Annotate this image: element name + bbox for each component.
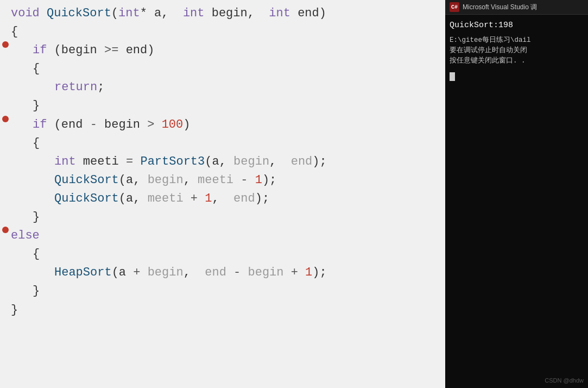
code-line-7: if (end - begin > 100): [11, 116, 445, 134]
code-text-16: }: [33, 282, 40, 301]
code-text-9: int meeti = PartSort3(a, begin, end);: [54, 153, 327, 171]
code-line-16: }: [11, 282, 445, 301]
code-text-8: {: [33, 134, 40, 153]
terminal-title: Microsoft Visual Studio 调: [463, 3, 537, 12]
gutter-3: [0, 41, 11, 48]
code-text-14: {: [33, 245, 40, 264]
breakpoint-3: [2, 41, 9, 48]
code-text-1: void QuickSort(int* a, int begin, int en…: [11, 4, 326, 23]
code-text-13: else: [11, 227, 40, 245]
terminal-note1: 要在调试停止时自动关闭: [450, 46, 584, 56]
code-text-7: if (end - begin > 100): [33, 116, 190, 134]
terminal-quicksort-line: QuickSort:198: [450, 19, 584, 32]
code-line-3: if (begin >= end): [11, 41, 445, 60]
code-line-4: {: [11, 60, 445, 78]
breakpoint-13: [2, 227, 9, 233]
terminal-path: E:\gitee每日练习\dail: [450, 35, 584, 46]
terminal-path-text: E:\gitee每日练习\dail: [450, 36, 531, 44]
code-line-1: void QuickSort(int* a, int begin, int en…: [11, 4, 445, 23]
code-line-14: {: [11, 245, 445, 264]
terminal-note2: 按任意键关闭此窗口. .: [450, 56, 584, 66]
code-line-13: else: [11, 227, 445, 245]
gutter-7: [0, 116, 11, 122]
code-text-2: {: [11, 23, 18, 41]
code-text-5: return;: [54, 78, 104, 97]
code-line-2: {: [11, 23, 445, 41]
code-text-3: if (begin >= end): [33, 41, 154, 60]
code-text-11: QuickSort(a, meeti + 1, end);: [54, 190, 269, 208]
code-text-6: }: [33, 97, 40, 115]
code-text-10: QuickSort(a, begin, meeti - 1);: [54, 171, 276, 190]
code-line-6: }: [11, 97, 445, 115]
watermark: CSDN @dhdw: [545, 377, 584, 384]
code-line-8: {: [11, 134, 445, 153]
code-editor-panel: void QuickSort(int* a, int begin, int en…: [0, 0, 445, 388]
code-content: void QuickSort(int* a, int begin, int en…: [0, 0, 445, 324]
code-text-17: }: [11, 301, 18, 320]
code-line-5: return;: [11, 78, 445, 97]
gutter-13: [0, 227, 11, 233]
code-text-4: {: [33, 60, 40, 78]
terminal-header: C# Microsoft Visual Studio 调: [445, 0, 588, 15]
breakpoint-7: [2, 116, 9, 122]
code-text-12: }: [33, 208, 40, 227]
code-line-12: }: [11, 208, 445, 227]
vs-icon: C#: [450, 2, 459, 12]
terminal-cursor: [450, 72, 455, 81]
code-line-15: HeapSort(a + begin, end - begin + 1);: [11, 264, 445, 282]
code-text-15: HeapSort(a + begin, end - begin + 1);: [54, 264, 327, 282]
code-line-9: int meeti = PartSort3(a, begin, end);: [11, 153, 445, 171]
terminal-panel: C# Microsoft Visual Studio 调 QuickSort:1…: [445, 0, 588, 388]
code-line-11: QuickSort(a, meeti + 1, end);: [11, 190, 445, 208]
terminal-body: QuickSort:198 E:\gitee每日练习\dail 要在调试停止时自…: [445, 15, 588, 87]
code-line-10: QuickSort(a, begin, meeti - 1);: [11, 171, 445, 190]
code-line-17: }: [11, 301, 445, 320]
